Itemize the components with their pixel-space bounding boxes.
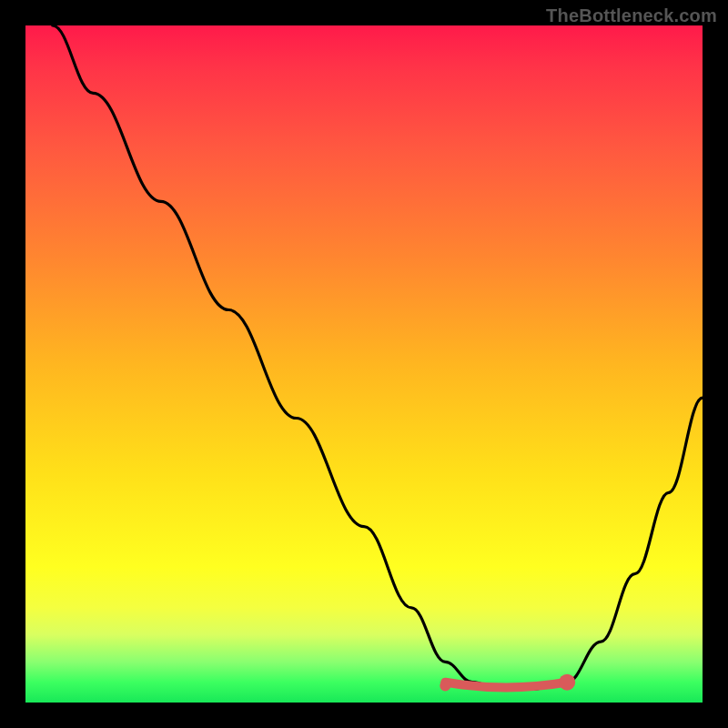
bottleneck-curve-path [53, 25, 703, 689]
plot-area [25, 25, 703, 703]
chart-container: TheBottleneck.com [0, 0, 728, 728]
valley-marker-left [440, 680, 450, 691]
chart-svg [25, 25, 703, 703]
valley-highlight-path [445, 682, 567, 688]
watermark-text: TheBottleneck.com [546, 5, 717, 26]
valley-marker-right [559, 674, 575, 691]
